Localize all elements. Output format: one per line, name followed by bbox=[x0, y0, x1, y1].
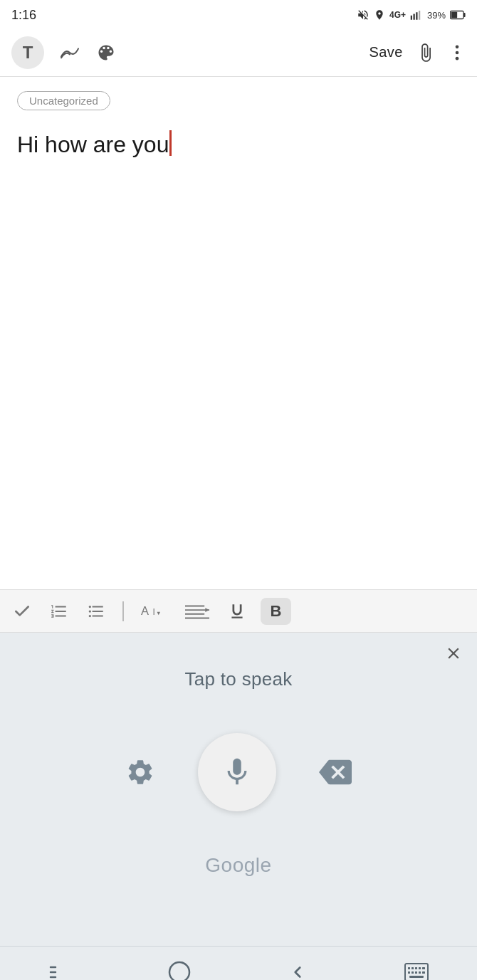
battery-percent: 39% bbox=[427, 10, 446, 21]
settings-icon bbox=[125, 757, 155, 787]
underline-icon bbox=[228, 602, 246, 621]
svg-rect-23 bbox=[408, 967, 410, 969]
svg-rect-0 bbox=[411, 16, 412, 20]
svg-rect-25 bbox=[415, 967, 417, 969]
mic-area bbox=[0, 733, 477, 811]
toolbar: T Save bbox=[0, 28, 477, 77]
category-tag[interactable]: Uncategorized bbox=[17, 91, 110, 110]
svg-rect-24 bbox=[412, 967, 414, 969]
voice-close-button[interactable] bbox=[444, 644, 463, 663]
format-separator bbox=[122, 601, 124, 621]
tap-to-speak-label: Tap to speak bbox=[184, 668, 292, 690]
bold-button[interactable]: B bbox=[261, 598, 292, 625]
home-button[interactable] bbox=[167, 960, 192, 981]
check-icon bbox=[13, 602, 31, 621]
svg-marker-17 bbox=[205, 608, 209, 612]
status-icons: 4G+ 39% bbox=[357, 9, 466, 21]
status-bar: 1:16 4G+ 39% bbox=[0, 0, 477, 28]
svg-rect-27 bbox=[422, 967, 425, 969]
toolbar-left: T bbox=[11, 36, 369, 69]
svg-point-9 bbox=[456, 56, 459, 60]
svg-rect-5 bbox=[463, 13, 466, 17]
mic-icon bbox=[221, 756, 253, 789]
back-icon bbox=[288, 963, 307, 981]
location-icon bbox=[374, 9, 385, 21]
svg-text:I: I bbox=[152, 607, 154, 617]
toolbar-right: Save bbox=[369, 43, 466, 63]
status-time: 1:16 bbox=[11, 8, 36, 23]
editor-body[interactable]: Hi how are you bbox=[17, 130, 460, 160]
svg-rect-32 bbox=[422, 971, 425, 974]
save-button[interactable]: Save bbox=[369, 44, 403, 60]
voice-delete-button[interactable] bbox=[319, 759, 352, 785]
palette-icon bbox=[95, 43, 117, 63]
underline-button[interactable] bbox=[224, 599, 251, 623]
font-size-icon: A I bbox=[141, 602, 167, 621]
numbered-list-icon bbox=[50, 602, 68, 621]
home-icon bbox=[167, 960, 192, 981]
svg-rect-21 bbox=[169, 962, 189, 981]
svg-rect-26 bbox=[419, 967, 421, 969]
battery-icon bbox=[450, 10, 466, 20]
svg-rect-2 bbox=[416, 12, 417, 20]
svg-rect-28 bbox=[408, 971, 410, 974]
mute-icon bbox=[357, 9, 369, 21]
format-toolbar: A I B bbox=[0, 590, 477, 633]
body-text: Hi how are you bbox=[17, 130, 169, 160]
text-style-button[interactable]: T bbox=[11, 36, 44, 69]
google-label: Google bbox=[205, 854, 271, 876]
font-size-button[interactable]: A I bbox=[137, 599, 171, 623]
align-icon bbox=[185, 602, 209, 621]
svg-rect-33 bbox=[409, 976, 424, 978]
bold-label: B bbox=[271, 602, 282, 620]
keyboard-button[interactable] bbox=[404, 962, 429, 981]
back-button[interactable] bbox=[288, 963, 307, 981]
handwriting-icon bbox=[58, 43, 81, 63]
palette-button[interactable] bbox=[95, 43, 117, 63]
svg-point-7 bbox=[456, 45, 459, 48]
voice-settings-button[interactable] bbox=[125, 757, 155, 787]
recent-apps-icon bbox=[48, 963, 70, 981]
svg-marker-12 bbox=[157, 611, 160, 615]
handwriting-button[interactable] bbox=[58, 43, 81, 63]
bullet-list-button[interactable] bbox=[83, 599, 110, 623]
signal-icon bbox=[410, 9, 423, 21]
keyboard-icon bbox=[404, 962, 429, 981]
attach-button[interactable] bbox=[416, 43, 436, 63]
check-button[interactable] bbox=[9, 599, 36, 623]
close-icon bbox=[444, 644, 463, 663]
svg-rect-6 bbox=[451, 12, 457, 18]
recent-apps-button[interactable] bbox=[48, 963, 70, 981]
mic-button[interactable] bbox=[198, 733, 276, 811]
svg-rect-30 bbox=[415, 971, 417, 974]
svg-rect-1 bbox=[413, 14, 414, 20]
editor-area[interactable]: Uncategorized Hi how are you bbox=[0, 77, 477, 589]
svg-text:A: A bbox=[141, 604, 149, 617]
network-icon: 4G+ bbox=[389, 10, 406, 20]
svg-rect-31 bbox=[419, 971, 421, 974]
text-cursor bbox=[169, 130, 172, 156]
voice-panel: Tap to speak Google bbox=[0, 633, 477, 946]
attach-icon bbox=[416, 43, 436, 63]
more-options-button[interactable] bbox=[449, 43, 466, 63]
svg-rect-29 bbox=[412, 971, 414, 974]
svg-point-8 bbox=[456, 51, 459, 54]
svg-rect-3 bbox=[419, 11, 420, 20]
nav-bar bbox=[0, 946, 477, 980]
align-button[interactable] bbox=[181, 599, 214, 623]
more-icon bbox=[449, 43, 466, 63]
google-logo: Google bbox=[205, 854, 271, 877]
bullet-list-icon bbox=[87, 602, 105, 621]
numbered-list-button[interactable] bbox=[46, 599, 73, 623]
delete-icon bbox=[319, 759, 352, 785]
